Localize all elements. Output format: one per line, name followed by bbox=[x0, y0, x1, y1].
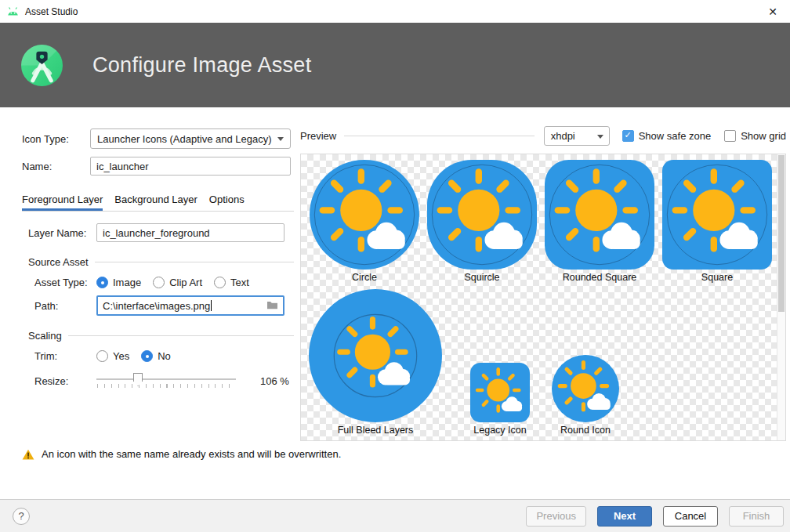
chevron-down-icon bbox=[277, 137, 284, 141]
next-button[interactable]: Next bbox=[597, 506, 652, 527]
preview-item-squircle: Squircle bbox=[423, 160, 541, 283]
close-icon[interactable]: ✕ bbox=[756, 0, 790, 23]
preview-item-label: Squircle bbox=[464, 272, 499, 283]
window-titlebar: Asset Studio ✕ bbox=[0, 0, 790, 23]
warning-icon bbox=[22, 449, 34, 460]
preview-item-round: Round Icon bbox=[546, 355, 625, 436]
section-divider bbox=[344, 136, 534, 136]
radio-icon bbox=[214, 277, 226, 288]
cancel-button[interactable]: Cancel bbox=[663, 506, 718, 527]
preview-scrollbar[interactable] bbox=[777, 154, 785, 440]
resize-slider[interactable] bbox=[96, 372, 236, 389]
path-input[interactable]: C:\interface\images.png bbox=[96, 295, 284, 316]
checkbox-label: Show grid bbox=[741, 130, 786, 142]
android-studio-logo-icon bbox=[21, 45, 63, 86]
launcher-icon-square bbox=[662, 160, 772, 270]
path-label: Path: bbox=[34, 300, 96, 312]
density-dropdown[interactable]: xhdpi bbox=[544, 126, 610, 146]
radio-label: Yes bbox=[113, 350, 129, 362]
trim-radio-no[interactable]: No bbox=[141, 350, 171, 362]
dialog-title: Configure Image Asset bbox=[92, 53, 311, 78]
checkbox-icon bbox=[622, 130, 634, 142]
window-title: Asset Studio bbox=[25, 6, 78, 17]
resize-value: 106 % bbox=[260, 375, 289, 387]
dialog-banner: Configure Image Asset bbox=[0, 23, 790, 107]
source-asset-title: Source Asset bbox=[28, 256, 89, 268]
preview-panel: Preview xhdpi Show safe zone Show grid C… bbox=[300, 125, 786, 441]
preview-item-label: Full Bleed Layers bbox=[338, 425, 414, 436]
warning-text: An icon with the same name already exist… bbox=[42, 448, 341, 460]
radio-icon bbox=[153, 277, 165, 288]
radio-label: Clip Art bbox=[169, 277, 202, 288]
warning-row: An icon with the same name already exist… bbox=[22, 448, 341, 460]
trim-label: Trim: bbox=[34, 350, 96, 362]
launcher-icon-legacy bbox=[470, 363, 530, 422]
preview-item-square: Square bbox=[658, 160, 776, 283]
slider-ticks bbox=[97, 384, 236, 388]
name-value: ic_launcher bbox=[96, 161, 149, 172]
layer-name-input[interactable]: ic_launcher_foreground bbox=[96, 223, 284, 242]
asset-type-radio-clipart[interactable]: Clip Art bbox=[153, 277, 202, 288]
tab-options[interactable]: Options bbox=[209, 189, 245, 211]
preview-item-label: Circle bbox=[352, 272, 377, 283]
section-divider bbox=[95, 262, 294, 262]
preview-label: Preview bbox=[300, 130, 336, 142]
launcher-icon-full-bleed bbox=[309, 289, 442, 422]
preview-item-circle: Circle bbox=[306, 160, 423, 283]
asset-type-radio-text[interactable]: Text bbox=[214, 277, 249, 288]
asset-type-label: Asset Type: bbox=[34, 277, 96, 288]
radio-label: No bbox=[158, 350, 171, 362]
launcher-icon-round bbox=[552, 355, 619, 422]
preview-canvas: Circle Squircle Rounded Square Square bbox=[300, 154, 786, 441]
footer-bar: ? Previous Next Cancel Finish bbox=[0, 499, 790, 532]
preview-item-full-bleed: Full Bleed Layers bbox=[306, 289, 445, 436]
previous-button[interactable]: Previous bbox=[526, 506, 586, 527]
chevron-down-icon bbox=[597, 135, 603, 139]
checkbox-label: Show safe zone bbox=[639, 130, 712, 142]
density-value: xhdpi bbox=[551, 130, 575, 142]
tab-background-layer[interactable]: Background Layer bbox=[114, 189, 198, 211]
resize-label: Resize: bbox=[34, 375, 96, 387]
radio-label: Image bbox=[113, 277, 141, 288]
text-cursor bbox=[211, 300, 212, 311]
icon-type-dropdown[interactable]: Launcher Icons (Adaptive and Legacy) bbox=[90, 128, 291, 149]
name-label: Name: bbox=[22, 161, 90, 172]
checkbox-icon bbox=[724, 130, 736, 142]
trim-radio-yes[interactable]: Yes bbox=[96, 350, 129, 362]
asset-type-radio-image[interactable]: Image bbox=[96, 277, 141, 288]
layer-name-value: ic_launcher_foreground bbox=[103, 227, 210, 239]
preview-item-label: Rounded Square bbox=[563, 272, 637, 283]
config-form: Icon Type: Launcher Icons (Adaptive and … bbox=[0, 107, 299, 389]
section-divider bbox=[68, 335, 294, 336]
slider-track bbox=[96, 378, 236, 380]
name-input[interactable]: ic_launcher bbox=[90, 157, 291, 176]
layer-name-label: Layer Name: bbox=[28, 227, 96, 239]
preview-item-label: Square bbox=[701, 272, 733, 283]
scaling-title: Scaling bbox=[28, 330, 62, 342]
help-button[interactable]: ? bbox=[13, 508, 30, 525]
tab-foreground-layer[interactable]: Foreground Layer bbox=[22, 189, 103, 211]
icon-type-label: Icon Type: bbox=[22, 133, 90, 145]
radio-icon bbox=[96, 277, 108, 288]
radio-icon bbox=[96, 350, 108, 362]
source-asset-section-header: Source Asset bbox=[28, 256, 294, 268]
show-grid-checkbox[interactable]: Show grid bbox=[724, 130, 786, 142]
layer-tabs: Foreground Layer Background Layer Option… bbox=[22, 189, 294, 212]
launcher-icon-squircle bbox=[427, 160, 537, 270]
preview-item-legacy: Legacy Icon bbox=[457, 363, 543, 436]
browse-folder-icon[interactable] bbox=[266, 300, 278, 312]
radio-icon bbox=[141, 350, 153, 362]
preview-item-label: Legacy Icon bbox=[473, 425, 526, 436]
preview-item-label: Round Icon bbox=[560, 425, 611, 436]
launcher-icon-rounded-square bbox=[545, 160, 654, 270]
path-value: C:\interface\images.png bbox=[103, 300, 210, 312]
radio-label: Text bbox=[230, 277, 249, 288]
finish-button[interactable]: Finish bbox=[729, 506, 784, 527]
icon-type-value: Launcher Icons (Adaptive and Legacy) bbox=[97, 133, 272, 145]
preview-item-rounded-square: Rounded Square bbox=[541, 160, 658, 283]
scaling-section-header: Scaling bbox=[28, 330, 294, 342]
scrollbar-thumb[interactable] bbox=[778, 155, 785, 312]
android-logo-icon bbox=[6, 6, 20, 16]
launcher-icon-circle bbox=[310, 160, 419, 270]
show-safe-zone-checkbox[interactable]: Show safe zone bbox=[622, 130, 712, 142]
